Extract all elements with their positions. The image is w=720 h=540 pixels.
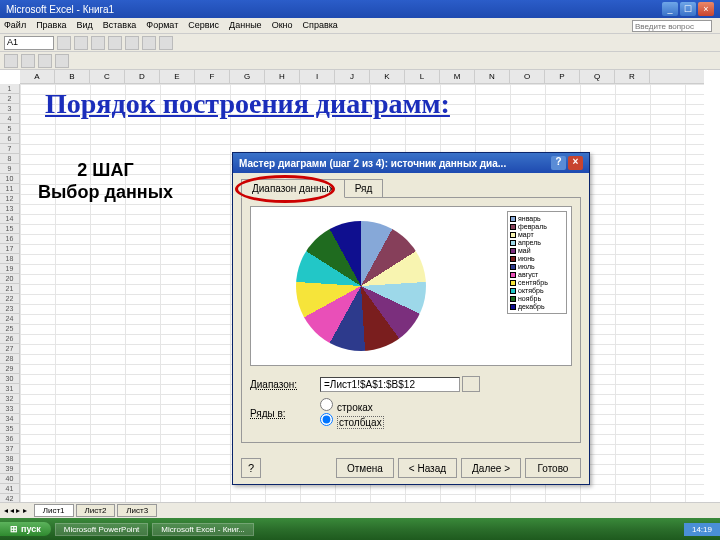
row-header[interactable]: 5 [0,124,19,134]
row-header[interactable]: 35 [0,424,19,434]
task-powerpoint[interactable]: Microsoft PowerPoint [55,523,149,536]
close-button[interactable]: × [698,2,714,16]
row-header[interactable]: 33 [0,404,19,414]
row-header[interactable]: 29 [0,364,19,374]
sheet-tab-2[interactable]: Лист2 [76,504,116,517]
col-header[interactable]: R [615,70,650,83]
help-icon[interactable]: ? [241,458,261,478]
row-header[interactable]: 12 [0,194,19,204]
row-header[interactable]: 19 [0,264,19,274]
range-input[interactable] [320,377,460,392]
row-header[interactable]: 9 [0,164,19,174]
bold-icon[interactable] [4,54,18,68]
print-icon[interactable] [108,36,122,50]
minimize-button[interactable]: _ [662,2,678,16]
row-header[interactable]: 24 [0,314,19,324]
row-header[interactable]: 31 [0,384,19,394]
tab-data-range[interactable]: Диапазон данных [241,179,345,198]
row-header[interactable]: 2 [0,94,19,104]
menu-view[interactable]: Вид [77,20,93,31]
sheet-tab-3[interactable]: Лист3 [117,504,157,517]
maximize-button[interactable]: ☐ [680,2,696,16]
row-header[interactable]: 3 [0,104,19,114]
row-header[interactable]: 16 [0,234,19,244]
row-header[interactable]: 17 [0,244,19,254]
col-header[interactable]: J [335,70,370,83]
col-header[interactable]: Q [580,70,615,83]
task-excel[interactable]: Microsoft Excel - Книг... [152,523,254,536]
row-header[interactable]: 1 [0,84,19,94]
row-header[interactable]: 37 [0,444,19,454]
dialog-help-button[interactable]: ? [551,156,566,170]
col-header[interactable]: F [195,70,230,83]
align-left-icon[interactable] [38,54,52,68]
row-header[interactable]: 4 [0,114,19,124]
row-header[interactable]: 22 [0,294,19,304]
align-center-icon[interactable] [55,54,69,68]
row-header[interactable]: 14 [0,214,19,224]
question-input[interactable] [632,20,712,32]
row-header[interactable]: 39 [0,464,19,474]
menu-help[interactable]: Справка [303,20,338,31]
col-header[interactable]: M [440,70,475,83]
row-header[interactable]: 36 [0,434,19,444]
worksheet[interactable]: ABCDEFGHIJKLMNOPQR 123456789101112131415… [0,70,720,510]
col-header[interactable]: B [55,70,90,83]
menu-edit[interactable]: Правка [36,20,66,31]
radio-cols[interactable] [320,413,333,426]
new-icon[interactable] [57,36,71,50]
row-header[interactable]: 26 [0,334,19,344]
col-header[interactable]: E [160,70,195,83]
start-button[interactable]: ⊞ пуск [0,522,51,536]
cancel-button[interactable]: Отмена [336,458,394,478]
menu-format[interactable]: Формат [146,20,178,31]
row-header[interactable]: 13 [0,204,19,214]
row-header[interactable]: 21 [0,284,19,294]
row-header[interactable]: 11 [0,184,19,194]
row-header[interactable]: 30 [0,374,19,384]
row-header[interactable]: 34 [0,414,19,424]
italic-icon[interactable] [21,54,35,68]
row-header[interactable]: 23 [0,304,19,314]
row-header[interactable]: 40 [0,474,19,484]
row-header[interactable]: 28 [0,354,19,364]
range-select-button[interactable] [462,376,480,392]
radio-rows[interactable] [320,398,333,411]
tab-series[interactable]: Ряд [344,179,384,198]
col-header[interactable]: H [265,70,300,83]
row-header[interactable]: 6 [0,134,19,144]
row-header[interactable]: 27 [0,344,19,354]
copy-icon[interactable] [142,36,156,50]
col-header[interactable]: C [90,70,125,83]
col-header[interactable]: A [20,70,55,83]
row-header[interactable]: 20 [0,274,19,284]
col-header[interactable]: I [300,70,335,83]
next-button[interactable]: Далее > [461,458,521,478]
col-header[interactable]: L [405,70,440,83]
finish-button[interactable]: Готово [525,458,581,478]
tray-time[interactable]: 14:19 [684,523,720,536]
row-header[interactable]: 38 [0,454,19,464]
menu-tools[interactable]: Сервис [188,20,219,31]
col-header[interactable]: P [545,70,580,83]
row-header[interactable]: 41 [0,484,19,494]
row-header[interactable]: 32 [0,394,19,404]
col-header[interactable]: D [125,70,160,83]
row-header[interactable]: 18 [0,254,19,264]
menu-insert[interactable]: Вставка [103,20,136,31]
cut-icon[interactable] [125,36,139,50]
dialog-close-button[interactable]: × [568,156,583,170]
row-header[interactable]: 7 [0,144,19,154]
back-button[interactable]: < Назад [398,458,457,478]
sheet-tab-1[interactable]: Лист1 [34,504,74,517]
menu-window[interactable]: Окно [272,20,293,31]
open-icon[interactable] [74,36,88,50]
row-header[interactable]: 10 [0,174,19,184]
col-header[interactable]: O [510,70,545,83]
paste-icon[interactable] [159,36,173,50]
col-header[interactable]: N [475,70,510,83]
row-header[interactable]: 25 [0,324,19,334]
save-icon[interactable] [91,36,105,50]
col-header[interactable]: K [370,70,405,83]
menu-data[interactable]: Данные [229,20,262,31]
